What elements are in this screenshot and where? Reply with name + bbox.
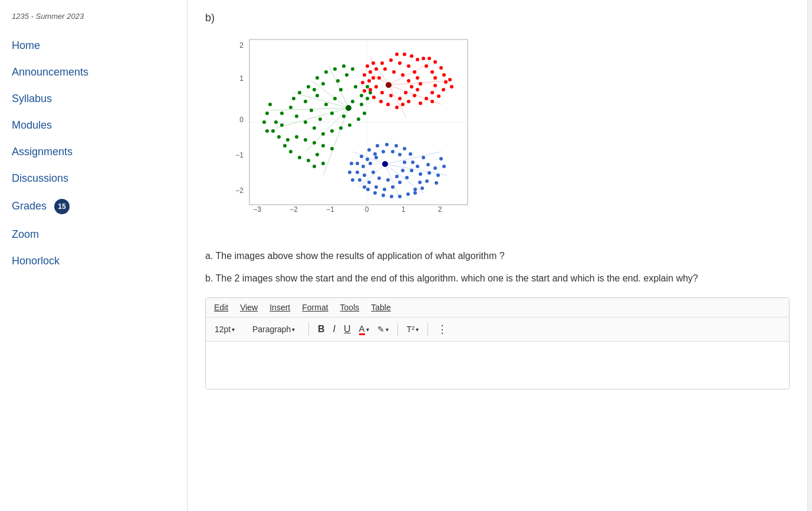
svg-point-180 [385, 143, 389, 146]
svg-text:−2: −2 [235, 186, 244, 195]
highlight-button[interactable]: ✎ ▾ [374, 323, 392, 336]
svg-point-109 [416, 88, 419, 91]
svg-point-185 [356, 171, 359, 174]
menu-table[interactable]: Table [371, 303, 390, 312]
svg-point-88 [386, 82, 392, 88]
svg-point-172 [391, 185, 395, 189]
sidebar-item-honorlock[interactable]: Honorlock [0, 248, 187, 274]
svg-point-144 [363, 89, 366, 93]
superscript-button[interactable]: T² ▾ [404, 323, 422, 336]
menu-format[interactable]: Format [302, 303, 328, 312]
svg-point-202 [420, 186, 424, 190]
svg-point-68 [283, 144, 287, 148]
menu-view[interactable]: View [240, 303, 258, 312]
svg-point-38 [348, 123, 351, 127]
svg-point-48 [307, 85, 310, 89]
sidebar-item-announcements[interactable]: Announcements [0, 59, 187, 86]
sidebar: 1235 - Summer 2023 Home Announcements Sy… [0, 0, 188, 511]
more-options-button[interactable]: ⋮ [434, 321, 451, 338]
sidebar-item-grades[interactable]: Grades 15 [0, 192, 187, 221]
svg-point-76 [268, 103, 272, 106]
font-size-button[interactable]: 12pt ▾ [212, 323, 247, 336]
menu-tools[interactable]: Tools [340, 303, 360, 312]
editor-menubar: Edit View Insert Format Tools Table [206, 298, 789, 317]
svg-point-169 [367, 181, 371, 184]
menu-insert[interactable]: Insert [269, 303, 290, 312]
svg-point-73 [366, 97, 369, 100]
svg-point-114 [386, 103, 390, 106]
svg-point-60 [304, 138, 307, 142]
scrollbar-track[interactable] [807, 0, 812, 511]
sidebar-item-discussions[interactable]: Discussions [0, 165, 187, 192]
editor-text-area[interactable] [206, 342, 789, 389]
italic-button[interactable]: I [330, 322, 338, 336]
svg-point-195 [382, 194, 385, 197]
svg-point-107 [416, 76, 419, 80]
svg-point-173 [398, 181, 402, 184]
svg-point-128 [422, 57, 425, 60]
svg-point-181 [376, 144, 379, 148]
svg-point-55 [274, 120, 278, 124]
svg-point-125 [430, 91, 434, 94]
svg-point-64 [315, 153, 319, 156]
svg-point-110 [413, 94, 416, 97]
svg-point-199 [426, 163, 430, 166]
svg-point-90 [383, 67, 387, 71]
svg-point-39 [339, 126, 343, 130]
svg-point-116 [372, 96, 376, 99]
sidebar-item-assignments[interactable]: Assignments [0, 139, 187, 165]
svg-point-35 [360, 94, 363, 97]
sidebar-item-home[interactable]: Home [0, 32, 187, 59]
svg-point-210 [439, 157, 443, 160]
svg-point-130 [433, 60, 437, 64]
svg-text:0: 0 [365, 205, 369, 214]
svg-point-62 [321, 144, 325, 148]
svg-point-33 [345, 73, 349, 77]
svg-point-67 [289, 150, 292, 153]
svg-point-97 [389, 94, 393, 97]
svg-point-81 [313, 165, 316, 168]
sidebar-item-modules[interactable]: Modules [0, 112, 187, 139]
svg-point-137 [395, 53, 399, 56]
svg-point-66 [298, 156, 301, 159]
svg-point-170 [374, 185, 378, 189]
svg-point-154 [374, 156, 378, 159]
text-editor: Edit View Insert Format Tools Table 12pt… [205, 297, 790, 389]
svg-point-26 [330, 112, 334, 115]
underline-button[interactable]: U [341, 322, 354, 336]
sidebar-item-zoom[interactable]: Zoom [0, 221, 187, 248]
svg-point-143 [361, 81, 364, 84]
svg-point-119 [369, 70, 372, 74]
paragraph-style-button[interactable]: Paragraph ▾ [249, 323, 303, 336]
menu-edit[interactable]: Edit [214, 303, 228, 312]
svg-point-25 [315, 94, 319, 97]
svg-point-127 [419, 101, 422, 105]
svg-point-186 [358, 178, 361, 182]
question-a-text: a. The images above show the results of … [205, 248, 790, 264]
sidebar-item-syllabus[interactable]: Syllabus [0, 86, 187, 112]
svg-text:2: 2 [239, 41, 244, 50]
svg-point-28 [310, 109, 313, 112]
svg-point-29 [304, 100, 307, 103]
svg-point-122 [430, 70, 434, 74]
svg-point-65 [307, 159, 310, 162]
svg-point-58 [286, 138, 290, 142]
svg-point-176 [411, 160, 415, 164]
svg-point-112 [401, 103, 405, 106]
svg-point-201 [425, 179, 429, 183]
svg-point-164 [382, 150, 385, 153]
svg-point-190 [418, 181, 422, 184]
svg-point-27 [318, 117, 322, 121]
svg-point-46 [292, 97, 295, 100]
svg-point-203 [413, 191, 417, 195]
svg-point-100 [372, 76, 375, 80]
svg-point-162 [398, 153, 402, 156]
svg-point-157 [377, 176, 381, 180]
font-color-button[interactable]: A ▾ [356, 322, 372, 337]
toolbar-separator-2 [397, 323, 398, 336]
svg-point-139 [410, 54, 413, 58]
svg-point-188 [416, 165, 419, 168]
editor-toolbar: 12pt ▾ Paragraph ▾ B I U A ▾ ✎ [206, 317, 789, 342]
svg-point-50 [324, 70, 328, 74]
bold-button[interactable]: B [315, 322, 328, 336]
